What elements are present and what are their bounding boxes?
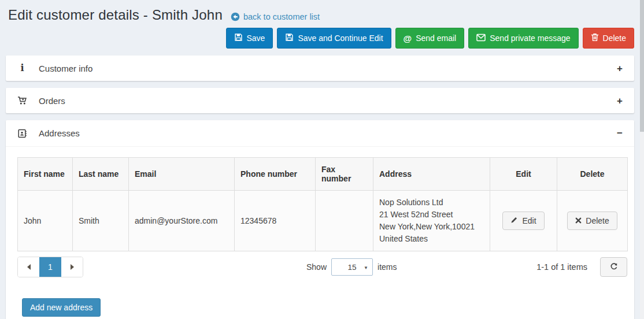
next-arrow-icon: [71, 264, 74, 270]
address-book-icon: [17, 129, 27, 138]
save-and-continue-button[interactable]: Save and Continue Edit: [277, 28, 391, 49]
column-first-name: First name: [18, 158, 73, 191]
arrow-circle-left-icon: [231, 12, 240, 21]
info-icon: i: [17, 64, 27, 73]
toolbar: Save Save and Continue Edit @ Send email: [6, 28, 634, 49]
cell-last-name: Smith: [73, 191, 129, 251]
addresses-panel: Addresses − First name Last name Email P…: [6, 120, 634, 319]
customer-info-panel-header[interactable]: i Customer info +: [6, 55, 634, 81]
page-title: Edit customer details - Smith John: [8, 7, 223, 23]
customer-info-panel: i Customer info +: [6, 55, 634, 81]
address-line: 21 West 52nd Street: [379, 209, 484, 221]
column-fax-number: Fax number: [316, 158, 373, 191]
pager-right: 1-1 of 1 items: [536, 257, 627, 277]
refresh-button[interactable]: [600, 257, 627, 277]
items-label: items: [377, 262, 397, 272]
cell-delete: Delete: [557, 191, 628, 251]
cell-edit: Edit: [490, 191, 557, 251]
send-email-label: Send email: [416, 34, 456, 43]
orders-panel-header[interactable]: Orders +: [6, 88, 634, 113]
cell-first-name: John: [18, 191, 73, 251]
x-icon: [575, 216, 582, 225]
current-page-button[interactable]: 1: [39, 257, 61, 277]
send-private-message-label: Send private message: [490, 34, 570, 43]
prev-page-button[interactable]: [18, 257, 39, 277]
expand-icon[interactable]: +: [617, 96, 623, 106]
add-new-address-label: Add new address: [30, 303, 92, 312]
chevron-down-icon: ▼: [364, 265, 368, 270]
save-and-continue-label: Save and Continue Edit: [298, 34, 383, 43]
orders-panel-title: Orders: [39, 96, 65, 106]
page-size-select[interactable]: 15 ▼: [331, 258, 373, 276]
address-line: United States: [379, 233, 484, 245]
delete-button[interactable]: Delete: [583, 28, 634, 49]
cell-fax-number: [316, 191, 373, 251]
shopping-cart-icon: [17, 96, 27, 105]
addresses-panel-footer: Add new address: [17, 277, 623, 317]
floppy-icon: [285, 33, 294, 43]
cell-address: Nop Solutions Ltd 21 West 52nd Street Ne…: [373, 191, 490, 251]
floppy-icon: [234, 33, 243, 43]
delete-address-label: Delete: [586, 216, 609, 225]
customer-info-panel-title: Customer info: [39, 64, 92, 73]
delete-address-button[interactable]: Delete: [567, 212, 617, 230]
column-address: Address: [373, 158, 490, 191]
column-last-name: Last name: [73, 158, 129, 191]
page-size-group: Show 15 ▼ items: [306, 258, 397, 276]
column-phone-number: Phone number: [235, 158, 316, 191]
addresses-panel-body: First name Last name Email Phone number …: [6, 147, 634, 319]
grid-pager: 1 Show 15 ▼ items 1-1 of 1 items: [17, 257, 627, 277]
show-label: Show: [306, 262, 327, 272]
cell-email: admin@yourStore.com: [129, 191, 235, 251]
cell-phone-number: 12345678: [235, 191, 316, 251]
pager-range: 1-1 of 1 items: [536, 262, 587, 272]
address-line: Nop Solutions Ltd: [379, 196, 484, 209]
column-delete: Delete: [557, 158, 628, 191]
trash-icon: [591, 33, 599, 43]
edit-address-button[interactable]: Edit: [502, 212, 544, 230]
table-header-row: First name Last name Email Phone number …: [18, 158, 628, 191]
table-row: John Smith admin@yourStore.com 12345678 …: [18, 191, 628, 251]
collapse-icon[interactable]: −: [617, 128, 623, 138]
send-email-button[interactable]: @ Send email: [395, 28, 465, 49]
add-new-address-button[interactable]: Add new address: [22, 298, 101, 317]
addresses-panel-title: Addresses: [39, 128, 80, 138]
back-link-label: back to customer list: [243, 12, 320, 21]
prev-arrow-icon: [27, 264, 31, 270]
pagination: 1: [17, 257, 83, 277]
envelope-icon: [476, 34, 486, 43]
refresh-icon: [610, 262, 618, 272]
expand-icon[interactable]: +: [617, 64, 623, 73]
addresses-table: First name Last name Email Phone number …: [17, 157, 628, 251]
vertical-scrollbar: [640, 0, 644, 319]
page-header: Edit customer details - Smith John back …: [6, 7, 634, 23]
column-email: Email: [129, 158, 235, 191]
addresses-panel-header[interactable]: Addresses −: [6, 120, 634, 147]
save-button[interactable]: Save: [226, 28, 273, 49]
back-to-customer-list-link[interactable]: back to customer list: [231, 12, 320, 21]
save-button-label: Save: [247, 34, 265, 43]
column-edit: Edit: [490, 158, 557, 191]
address-line: New York,New York,10021: [379, 221, 484, 233]
delete-button-label: Delete: [603, 34, 626, 43]
orders-panel: Orders +: [6, 88, 634, 113]
scrollbar-thumb[interactable]: [640, 0, 644, 132]
edit-address-label: Edit: [522, 216, 536, 225]
send-private-message-button[interactable]: Send private message: [468, 28, 578, 49]
next-page-button[interactable]: [61, 257, 83, 277]
pencil-icon: [510, 216, 518, 225]
at-icon: @: [404, 34, 412, 43]
